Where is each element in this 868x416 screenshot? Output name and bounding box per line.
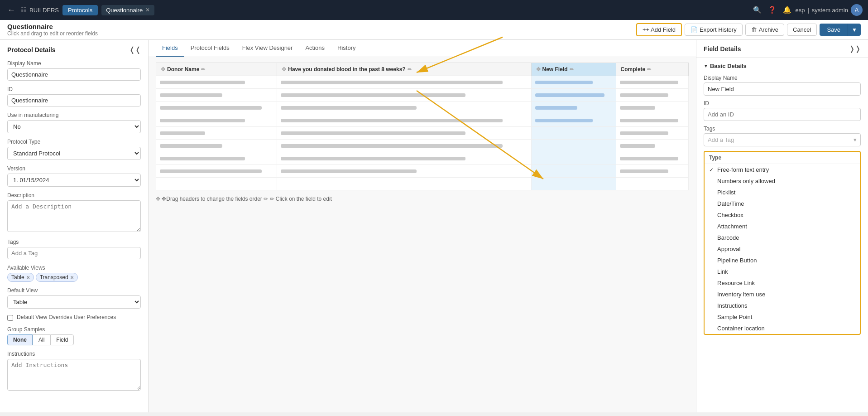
- cell: [616, 114, 688, 127]
- group-samples-none[interactable]: None: [7, 334, 33, 345]
- cell: [616, 89, 688, 102]
- group-samples-buttons: None All Field: [7, 334, 141, 345]
- right-panel-header: Field Details ❭❭: [696, 40, 868, 58]
- save-dropdown-button[interactable]: ▼: [848, 24, 861, 36]
- table-row: [156, 140, 689, 152]
- cell-new: [531, 140, 616, 152]
- instructions-textarea[interactable]: [7, 359, 141, 391]
- id-input[interactable]: [7, 94, 141, 106]
- builders-label: BUILDERS: [29, 7, 59, 14]
- bell-icon[interactable]: 🔔: [783, 6, 791, 14]
- avatar[interactable]: A: [851, 4, 863, 16]
- type-option-barcode[interactable]: Barcode: [705, 232, 860, 243]
- table-row: [156, 102, 689, 114]
- version-row: Version 1. 01/15/2024: [7, 165, 141, 187]
- tab-actions[interactable]: Actions: [299, 40, 331, 57]
- default-view-select[interactable]: Table Transposed: [7, 295, 141, 309]
- default-view-overrides-label: Default View Overrides User Preferences: [17, 314, 116, 320]
- cell-new: [531, 102, 616, 114]
- cancel-button[interactable]: Cancel: [787, 24, 817, 36]
- export-history-button[interactable]: 📄 Export History: [685, 24, 743, 36]
- type-option-instructions[interactable]: Instructions: [705, 300, 860, 311]
- donor-edit-icon[interactable]: ✏: [201, 67, 205, 73]
- version-select[interactable]: 1. 01/15/2024: [7, 174, 141, 187]
- use-in-manufacturing-label: Use in manufacturing: [7, 112, 141, 118]
- type-option-pipeline-button[interactable]: Pipeline Button: [705, 255, 860, 266]
- default-view-overrides-row: Default View Overrides User Preferences: [7, 314, 141, 321]
- table-row: [156, 152, 689, 165]
- view-tag-transposed: Transposed ✕: [36, 273, 78, 282]
- search-icon[interactable]: 🔍: [753, 6, 762, 14]
- right-panel: Field Details ❭❭ ▼ Basic Details Display…: [696, 40, 868, 412]
- type-option-sample-point[interactable]: Sample Point: [705, 311, 860, 323]
- complete-edit-icon[interactable]: ✏: [647, 67, 651, 73]
- protocol-type-select[interactable]: Standard Protocol Advanced Protocol: [7, 147, 141, 160]
- id-label: ID: [7, 86, 141, 92]
- cell: [156, 178, 277, 190]
- have-edit-icon[interactable]: ✏: [408, 67, 412, 73]
- type-option-approval[interactable]: Approval: [705, 243, 860, 255]
- back-button[interactable]: ←: [5, 4, 17, 17]
- nav-tab-protocols[interactable]: Protocols: [62, 5, 98, 15]
- use-in-manufacturing-row: Use in manufacturing No Yes: [7, 112, 141, 133]
- cell: [277, 152, 531, 165]
- type-option-attachment[interactable]: Attachment: [705, 221, 860, 232]
- display-name-input[interactable]: [7, 68, 141, 81]
- type-option-checkbox[interactable]: Checkbox: [705, 209, 860, 221]
- type-option-link[interactable]: Link: [705, 266, 860, 277]
- group-samples-all[interactable]: All: [33, 334, 50, 345]
- cell-new: [531, 114, 616, 127]
- tab-fields[interactable]: Fields: [156, 40, 184, 57]
- cell: [616, 102, 688, 114]
- cell: [156, 102, 277, 114]
- type-option-picklist[interactable]: Picklist: [705, 187, 860, 198]
- cell: [616, 165, 688, 178]
- cell-new: [531, 76, 616, 89]
- close-tab-icon[interactable]: ✕: [145, 7, 150, 13]
- tags-input[interactable]: [7, 247, 141, 259]
- cell-new: [531, 178, 616, 190]
- rp-id-input[interactable]: [704, 108, 861, 121]
- tags-dropdown-icon: ▾: [854, 136, 857, 143]
- use-in-manufacturing-select[interactable]: No Yes: [7, 120, 141, 133]
- cell-new: [531, 165, 616, 178]
- drag-symbol: ✥: [156, 196, 160, 202]
- type-option-free-form[interactable]: ✓ Free-form text entry: [705, 164, 860, 175]
- group-samples-field[interactable]: Field: [50, 334, 74, 345]
- add-field-button[interactable]: + + Add Field: [636, 23, 682, 36]
- cell: [277, 114, 531, 127]
- help-icon[interactable]: ❓: [768, 6, 777, 14]
- right-panel-collapse-button[interactable]: ❭❭: [849, 44, 861, 53]
- cell: [616, 127, 688, 140]
- tab-flex-view-designer[interactable]: Flex View Designer: [236, 40, 299, 57]
- type-option-container-location[interactable]: Container location: [705, 323, 860, 334]
- tab-protocol-fields[interactable]: Protocol Fields: [184, 40, 236, 57]
- export-icon: 📄: [691, 26, 698, 33]
- cell: [156, 140, 277, 152]
- type-option-inventory-item-use[interactable]: Inventory item use: [705, 289, 860, 300]
- type-option-datetime[interactable]: Date/Time: [705, 198, 860, 209]
- instructions-label: Instructions: [7, 351, 141, 357]
- cell: [156, 89, 277, 102]
- rp-tags-input[interactable]: Add a Tag ▾: [704, 133, 861, 146]
- table-row: [156, 127, 689, 140]
- tab-history[interactable]: History: [331, 40, 362, 57]
- sidebar-collapse-button[interactable]: ❬❬: [129, 45, 141, 54]
- cell: [277, 127, 531, 140]
- remove-table-view[interactable]: ✕: [26, 275, 30, 280]
- default-view-overrides-checkbox[interactable]: [7, 315, 13, 321]
- tags-label: Tags: [7, 239, 141, 245]
- data-table: ✥ Donor Name ✏ ✥ Have you donated blood …: [156, 63, 689, 190]
- save-button[interactable]: Save: [820, 24, 848, 36]
- type-option-resource-link[interactable]: Resource Link: [705, 277, 860, 289]
- new-edit-icon[interactable]: ✏: [570, 67, 574, 73]
- group-samples-label: Group Samples: [7, 326, 141, 333]
- rp-display-name-input[interactable]: [704, 82, 861, 96]
- archive-button[interactable]: 🗑 Archive: [745, 24, 784, 36]
- type-option-numbers-only[interactable]: Numbers only allowed: [705, 175, 860, 187]
- description-textarea[interactable]: [7, 200, 141, 232]
- id-row: ID: [7, 86, 141, 106]
- remove-transposed-view[interactable]: ✕: [70, 275, 74, 280]
- nav-tab-questionnaire[interactable]: Questionnaire ✕: [101, 5, 154, 15]
- display-name-row: Display Name: [7, 60, 141, 81]
